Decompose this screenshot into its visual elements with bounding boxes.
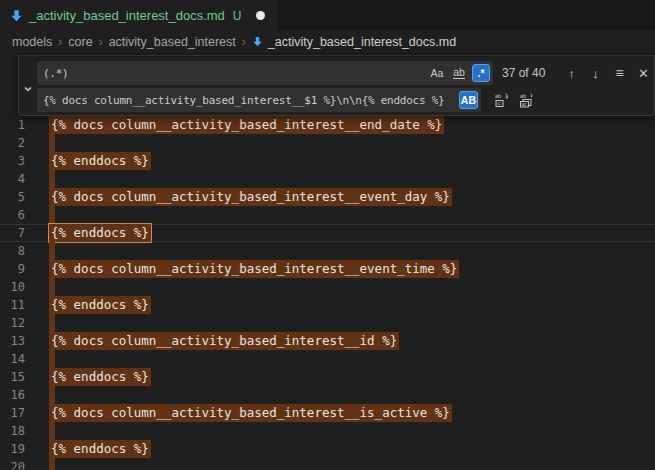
find-match-empty-highlight <box>49 350 55 368</box>
svg-text:ab: ab <box>495 93 501 99</box>
line-content <box>51 386 655 404</box>
line-content: {% docs column__activity_based_interest_… <box>51 332 655 350</box>
find-row: (.*) Aa ab .* 37 of 40 ↑ ↓ ≡ ✕ <box>37 61 654 85</box>
line-number: 11 <box>0 296 25 314</box>
line-number: 20 <box>0 458 25 470</box>
code-line[interactable]: 3{% enddocs %} <box>0 152 655 170</box>
line-content: {% docs column__activity_based_interest_… <box>51 116 655 134</box>
whole-word-toggle[interactable]: ab <box>450 64 468 82</box>
line-number: 13 <box>0 332 25 350</box>
line-number: 5 <box>0 188 25 206</box>
line-content <box>51 278 655 296</box>
line-content <box>51 314 655 332</box>
find-in-selection-button[interactable]: ≡ <box>609 63 630 84</box>
line-content: {% docs column__activity_based_interest_… <box>51 404 655 422</box>
code-line[interactable]: 14 <box>0 350 655 368</box>
code-line[interactable]: 18 <box>0 422 655 440</box>
next-match-button[interactable]: ↓ <box>585 63 606 84</box>
replace-all-icon: ab ac <box>518 92 534 108</box>
line-content <box>51 206 655 224</box>
find-match-empty-highlight <box>49 206 55 224</box>
find-replace-widget: ⌄ (.*) Aa ab .* 37 of 40 ↑ ↓ ≡ ✕ <box>18 55 655 116</box>
vscode-window: _activity_based_interest_docs.md U model… <box>0 0 655 470</box>
line-number: 10 <box>0 278 25 296</box>
line-number: 7 <box>0 224 25 242</box>
line-number: 12 <box>0 314 25 332</box>
breadcrumb-item-models[interactable]: models <box>12 35 52 49</box>
line-content: {% enddocs %} <box>51 368 655 386</box>
tab-filename: _activity_based_interest_docs.md <box>29 8 225 23</box>
markdown-file-icon <box>10 9 23 22</box>
editor-tab[interactable]: _activity_based_interest_docs.md U <box>0 0 277 31</box>
code-line[interactable]: 6 <box>0 206 655 224</box>
code-line[interactable]: 8 <box>0 242 655 260</box>
code-line[interactable]: 4 <box>0 170 655 188</box>
find-match-highlight: {% docs column__activity_based_interest_… <box>49 260 459 278</box>
breadcrumb-separator: › <box>240 35 248 49</box>
find-match-highlight: {% docs column__activity_based_interest_… <box>49 404 452 422</box>
code-line[interactable]: 11{% enddocs %} <box>0 296 655 314</box>
breadcrumb-item-core[interactable]: core <box>68 35 92 49</box>
line-number: 16 <box>0 386 25 404</box>
breadcrumb-item-activity-based-interest[interactable]: activity_based_interest <box>109 35 236 49</box>
code-line[interactable]: 20 <box>0 458 655 470</box>
line-number: 15 <box>0 368 25 386</box>
find-match-highlight: {% enddocs %} <box>49 224 151 242</box>
close-find-widget-button[interactable]: ✕ <box>633 63 654 84</box>
toggle-replace-chevron-icon[interactable]: ⌄ <box>21 76 35 96</box>
find-option-toggles: Aa ab .* <box>428 64 493 82</box>
find-match-highlight: {% enddocs %} <box>49 368 151 386</box>
code-line[interactable]: 5{% docs column__activity_based_interest… <box>0 188 655 206</box>
find-match-empty-highlight <box>49 386 55 404</box>
code-line[interactable]: 9{% docs column__activity_based_interest… <box>0 260 655 278</box>
replace-all-button[interactable]: ab ac <box>515 90 536 111</box>
find-match-highlight: {% docs column__activity_based_interest_… <box>49 116 444 134</box>
find-match-empty-highlight <box>49 314 55 332</box>
line-number: 1 <box>0 116 25 134</box>
find-match-empty-highlight <box>49 242 55 260</box>
line-content: {% docs column__activity_based_interest_… <box>51 188 655 206</box>
code-line[interactable]: 16 <box>0 386 655 404</box>
match-case-toggle[interactable]: Aa <box>428 64 446 82</box>
breadcrumb: models › core › activity_based_interest … <box>0 31 655 52</box>
unsaved-dot-icon[interactable] <box>256 11 265 20</box>
code-line[interactable]: 1{% docs column__activity_based_interest… <box>0 116 655 134</box>
line-content <box>51 350 655 368</box>
replace-input[interactable]: {% docs column__activity_based_interest_… <box>37 88 481 112</box>
markdown-file-icon <box>252 36 263 47</box>
code-line[interactable]: 13{% docs column__activity_based_interes… <box>0 332 655 350</box>
find-match-empty-highlight <box>49 134 55 152</box>
code-line[interactable]: 19{% enddocs %} <box>0 440 655 458</box>
code-line[interactable]: 12 <box>0 314 655 332</box>
line-content <box>51 458 655 470</box>
line-number: 9 <box>0 260 25 278</box>
line-number: 19 <box>0 440 25 458</box>
line-content <box>51 422 655 440</box>
breadcrumb-item-file[interactable]: _activity_based_interest_docs.md <box>252 35 456 49</box>
replace-value-text: {% docs column__activity_based_interest_… <box>37 94 459 107</box>
replace-button[interactable]: ab c <box>491 90 512 111</box>
preserve-case-toggle[interactable]: AB <box>459 91 478 109</box>
svg-text:ab: ab <box>520 93 526 99</box>
breadcrumb-separator: › <box>97 35 105 49</box>
git-status-badge: U <box>233 9 242 23</box>
code-line[interactable]: 7{% enddocs %} <box>0 224 655 242</box>
find-match-highlight: {% enddocs %} <box>49 152 151 170</box>
code-line[interactable]: 15{% enddocs %} <box>0 368 655 386</box>
previous-match-button[interactable]: ↑ <box>561 63 582 84</box>
line-number: 17 <box>0 404 25 422</box>
line-content: {% enddocs %} <box>51 296 655 314</box>
code-line[interactable]: 17{% docs column__activity_based_interes… <box>0 404 655 422</box>
line-content: {% enddocs %} <box>51 152 655 170</box>
find-input[interactable]: (.*) Aa ab .* <box>37 61 493 85</box>
regex-toggle[interactable]: .* <box>472 64 490 82</box>
find-match-highlight: {% enddocs %} <box>49 296 151 314</box>
line-number: 2 <box>0 134 25 152</box>
editor-pane[interactable]: 1{% docs column__activity_based_interest… <box>0 52 655 470</box>
line-number: 3 <box>0 152 25 170</box>
code-line[interactable]: 10 <box>0 278 655 296</box>
svg-text:c: c <box>497 100 500 106</box>
code-line[interactable]: 2 <box>0 134 655 152</box>
replace-icon: ab c <box>494 92 510 108</box>
tab-bar: _activity_based_interest_docs.md U <box>0 0 655 31</box>
